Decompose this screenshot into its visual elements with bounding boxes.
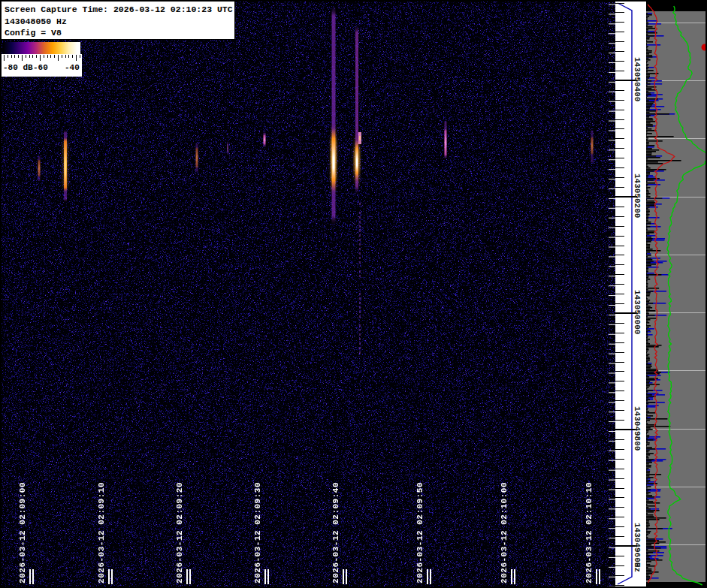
time-tick xyxy=(267,569,269,584)
db-tick xyxy=(50,55,51,58)
freq-minor-tick xyxy=(615,381,624,381)
freq-label: 143050000 xyxy=(633,290,642,334)
freq-minor-tick xyxy=(615,469,624,469)
freq-minor-tick xyxy=(615,167,624,168)
freq-minor-tick xyxy=(615,362,624,363)
freq-minor-tick xyxy=(615,488,624,489)
freq-minor-tick xyxy=(615,333,624,333)
db-tick xyxy=(40,55,41,61)
freq-minor-tick xyxy=(615,3,624,4)
freq-minor-tick xyxy=(615,371,624,372)
db-tick xyxy=(72,55,73,58)
capture-info-box: Screen Capture Time: 2026-03-12 02:10:23… xyxy=(2,2,235,40)
time-label: 2026-03-12 02:09:10 xyxy=(97,482,106,583)
frequency-text: 143048050 Hz xyxy=(5,16,234,28)
db-tick xyxy=(11,55,12,58)
spectrogram-app-screen: Screen Capture Time: 2026-03-12 02:10:23… xyxy=(0,0,707,588)
freq-minor-tick xyxy=(615,187,624,188)
freq-minor-tick xyxy=(615,90,624,91)
db-tick xyxy=(22,55,23,61)
time-tick xyxy=(29,569,31,584)
freq-minor-tick xyxy=(615,207,624,207)
freq-minor-tick xyxy=(615,284,624,285)
waterfall-canvas xyxy=(2,2,615,586)
freq-minor-tick xyxy=(615,323,624,324)
db-tick xyxy=(36,55,37,58)
db-tick xyxy=(18,55,19,58)
db-tick xyxy=(29,55,30,58)
freq-minor-tick xyxy=(615,565,624,566)
freq-minor-tick xyxy=(615,390,624,391)
db-tick xyxy=(76,55,77,61)
freq-minor-tick xyxy=(615,128,624,129)
freq-minor-tick xyxy=(615,71,624,71)
freq-minor-tick xyxy=(615,303,624,304)
time-label: 2026-03-12 02:10:10 xyxy=(585,482,594,583)
time-tick xyxy=(599,569,600,584)
db-tick xyxy=(44,55,44,58)
time-label: 2026-03-12 02:09:40 xyxy=(331,482,340,583)
time-tick xyxy=(346,569,347,584)
config-text: Config = V8 xyxy=(5,27,234,39)
db-tick xyxy=(58,55,59,61)
freq-minor-tick xyxy=(615,100,624,101)
freq-minor-tick xyxy=(615,478,624,479)
time-tick xyxy=(427,569,428,584)
db-tick xyxy=(4,55,5,61)
freq-minor-tick xyxy=(615,459,624,460)
time-tick xyxy=(32,569,34,584)
freq-minor-tick xyxy=(615,12,624,13)
time-tick xyxy=(514,569,515,584)
capture-time-text: Screen Capture Time: 2026-03-12 02:10:23… xyxy=(5,4,234,16)
freq-minor-tick xyxy=(615,497,624,498)
freq-label: 143049600 xyxy=(633,523,642,567)
freq-minor-tick xyxy=(615,22,624,23)
db-tick xyxy=(68,55,69,58)
db-tick xyxy=(14,55,15,58)
freq-minor-tick xyxy=(615,41,624,42)
db-scale-ruler: -80 dB -60 -40 xyxy=(2,54,82,77)
time-tick xyxy=(343,569,344,584)
time-label: 2026-03-12 02:09:50 xyxy=(415,482,425,583)
time-label: 2026-03-12 02:09:00 xyxy=(18,482,27,583)
freq-minor-tick xyxy=(615,556,624,556)
time-tick xyxy=(596,569,597,584)
freq-minor-tick xyxy=(615,585,624,586)
db-label-80: -80 dB xyxy=(3,63,33,72)
time-label: 2026-03-12 02:09:20 xyxy=(175,482,184,583)
freq-minor-tick xyxy=(615,61,624,62)
db-tick xyxy=(80,55,80,58)
freq-minor-tick xyxy=(615,236,624,237)
spectrum-graph-canvas xyxy=(646,0,707,588)
time-tick xyxy=(511,569,512,584)
freq-minor-tick xyxy=(615,449,624,450)
freq-minor-tick xyxy=(615,246,624,246)
freq-minor-tick xyxy=(615,526,624,527)
freq-minor-tick xyxy=(615,439,624,440)
freq-label: 143050400 xyxy=(633,57,642,101)
freq-minor-tick xyxy=(615,51,624,52)
freq-minor-tick xyxy=(615,216,624,217)
freq-minor-tick xyxy=(615,138,624,139)
freq-minor-tick xyxy=(615,420,624,421)
freq-minor-tick xyxy=(615,294,624,294)
time-tick xyxy=(189,569,191,584)
time-tick xyxy=(108,569,110,584)
freq-minor-tick xyxy=(615,575,624,576)
db-tick xyxy=(62,55,62,58)
freq-minor-tick xyxy=(615,352,624,353)
freq-minor-tick xyxy=(615,255,624,255)
freq-minor-tick xyxy=(615,32,624,32)
color-gradient-bar xyxy=(3,42,80,54)
db-tick xyxy=(8,55,8,58)
db-tick xyxy=(47,55,48,58)
db-tick xyxy=(26,55,26,58)
freq-minor-tick xyxy=(615,177,624,178)
freq-minor-tick xyxy=(615,517,624,517)
freq-minor-tick xyxy=(615,410,624,411)
time-tick xyxy=(111,569,113,584)
freq-label: 143050200 xyxy=(633,173,642,218)
time-label: 2026-03-12 02:09:30 xyxy=(253,482,262,583)
freq-minor-tick xyxy=(615,119,624,120)
freq-label: 143049800 xyxy=(633,406,642,451)
